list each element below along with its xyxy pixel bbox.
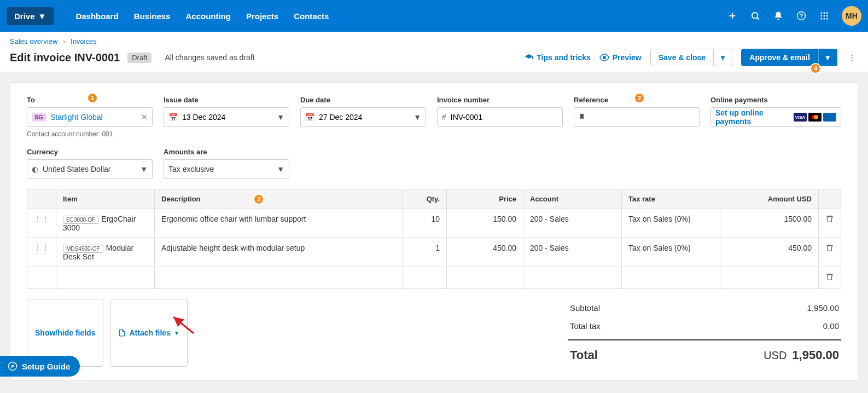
caret-down-icon[interactable]: ▼ [140, 165, 148, 174]
price-cell[interactable] [447, 267, 523, 289]
svg-point-10 [824, 15, 825, 17]
account-cell[interactable]: 200 - Sales [523, 238, 622, 267]
price-cell[interactable]: 150.00 [447, 209, 523, 238]
totals: Subtotal 1,950.00 Total tax 0.00 Total U… [568, 299, 841, 367]
item-cell[interactable]: EC3000-OFErgoChair 3000 [56, 209, 155, 238]
caret-down-icon[interactable]: ▼ [277, 165, 284, 174]
avatar-initials: MH [846, 11, 858, 20]
tax-cell[interactable]: Tax on Sales (0%) [622, 209, 720, 238]
caret-down-icon[interactable]: ▼ [277, 113, 284, 122]
due-date-input[interactable]: 📅 ▼ [300, 107, 426, 127]
desc-cell[interactable] [155, 267, 403, 289]
help-icon[interactable]: ? [796, 10, 807, 21]
account-cell[interactable] [523, 267, 622, 289]
more-menu-icon[interactable]: ⋮ [846, 51, 858, 64]
qty-cell[interactable]: 10 [403, 209, 447, 238]
fields-row-1: To 1 SG Starlight Global ✕ Contact accou… [27, 96, 841, 138]
drag-handle-icon[interactable] [27, 267, 56, 289]
desc-cell[interactable]: Ergonomic office chair with lumbar suppo… [155, 209, 403, 238]
breadcrumb-sales-overview[interactable]: Sales overview [10, 37, 57, 45]
line-items-table: Item Description 3 Qty. Price Account Ta… [27, 189, 841, 289]
svg-point-9 [820, 15, 822, 17]
invoice-number-input[interactable]: # [437, 107, 563, 127]
search-icon[interactable] [750, 10, 761, 21]
approve-email-caret[interactable]: ▼ [818, 49, 837, 66]
breadcrumb-invoices[interactable]: Invoices [71, 37, 97, 45]
due-date-value[interactable] [319, 113, 409, 122]
save-close-button[interactable]: Save & close [650, 49, 714, 66]
drive-label: Drive [14, 11, 35, 21]
drag-handle-icon[interactable]: ⋮⋮ [27, 209, 56, 238]
subtotal-row: Subtotal 1,950.00 [568, 299, 841, 317]
delete-row-icon[interactable] [819, 238, 841, 267]
issue-date-value[interactable] [182, 113, 272, 122]
user-avatar[interactable]: MH [842, 6, 861, 26]
reference-field: Reference 2 [574, 96, 700, 138]
eye-icon [599, 53, 609, 62]
delete-row-icon[interactable] [819, 267, 841, 289]
currency-select[interactable]: ◐ United States Dollar ▼ [27, 159, 153, 179]
to-input[interactable]: SG Starlight Global ✕ [27, 107, 153, 127]
setup-guide-button[interactable]: Setup Guide [0, 356, 80, 377]
qty-cell[interactable] [403, 267, 447, 289]
save-status: All changes saved as draft [165, 53, 254, 62]
nav-projects[interactable]: Projects [246, 11, 278, 21]
caret-down-icon: ▼ [174, 330, 179, 336]
totaltax-value: 0.00 [823, 321, 839, 331]
nav-accounting[interactable]: Accounting [185, 11, 231, 21]
plus-icon[interactable] [727, 10, 738, 21]
contact-name[interactable]: Starlight Global [50, 113, 137, 122]
drag-handle-icon[interactable]: ⋮⋮ [27, 238, 56, 267]
approve-email-button[interactable]: Approve & email [741, 49, 818, 66]
card-brands: VISA [794, 113, 836, 122]
online-payments-button[interactable]: Set up online payments VISA [710, 107, 841, 127]
item-cell[interactable] [56, 267, 155, 289]
attach-files-button[interactable]: Attach files ▼ [110, 299, 187, 367]
clear-contact-icon[interactable]: ✕ [141, 113, 148, 122]
delete-row-icon[interactable] [819, 209, 841, 238]
sku-tag: MDS4500-OF [63, 245, 103, 253]
top-nav: Drive ▼ Dashboard Business Accounting Pr… [0, 0, 868, 32]
price-cell[interactable]: 450.00 [447, 238, 523, 267]
invoice-number-value[interactable] [451, 113, 558, 122]
amount-header: Amount USD [720, 189, 819, 209]
item-cell[interactable]: MDS4500-OFModular Desk Set [56, 238, 155, 267]
total-currency: USD [764, 349, 787, 361]
tips-tricks-link[interactable]: Tips and tricks [525, 53, 591, 62]
apps-icon[interactable] [819, 10, 830, 21]
total-value: 1,950.00 [792, 348, 839, 362]
caret-down-icon[interactable]: ▼ [413, 113, 421, 122]
amount-cell: 450.00 [720, 238, 819, 267]
drive-menu-button[interactable]: Drive ▼ [7, 7, 54, 25]
bell-icon[interactable] [773, 10, 784, 21]
issue-date-input[interactable]: 📅 ▼ [164, 107, 289, 127]
amounts-are-select[interactable]: Tax exclusive ▼ [164, 159, 289, 179]
table-row: ⋮⋮ MDS4500-OFModular Desk Set Adjustable… [27, 238, 841, 267]
nav-business[interactable]: Business [134, 11, 171, 21]
qty-cell[interactable]: 1 [403, 238, 447, 267]
currency-label: Currency [27, 148, 153, 156]
account-cell[interactable]: 200 - Sales [523, 209, 622, 238]
nav-dashboard[interactable]: Dashboard [75, 11, 118, 21]
save-close-caret[interactable]: ▼ [714, 49, 732, 66]
desc-cell[interactable]: Adjustable height desk with modular setu… [155, 238, 403, 267]
preview-label: Preview [613, 53, 642, 62]
fields-row-2: Currency ◐ United States Dollar ▼ Amount… [27, 148, 841, 179]
svg-point-8 [826, 12, 828, 14]
breadcrumb-separator: › [63, 37, 65, 45]
nav-contacts[interactable]: Contacts [294, 11, 329, 21]
sub-actions: Tips and tricks Preview Save & close ▼ A… [525, 49, 858, 66]
hint-2: 2 [634, 93, 645, 103]
amount-cell: 1500.00 [720, 209, 819, 238]
draft-badge: Draft [127, 53, 152, 63]
tax-cell[interactable] [622, 267, 720, 289]
preview-link[interactable]: Preview [599, 53, 642, 62]
nav-items: Dashboard Business Accounting Projects C… [75, 11, 329, 21]
reference-input[interactable] [574, 107, 700, 127]
save-close-split: Save & close ▼ [650, 49, 733, 66]
reference-value[interactable] [590, 113, 695, 122]
tax-cell[interactable]: Tax on Sales (0%) [622, 238, 720, 267]
hint-1: 1 [87, 93, 98, 103]
svg-line-3 [757, 18, 759, 20]
svg-point-12 [820, 18, 822, 20]
